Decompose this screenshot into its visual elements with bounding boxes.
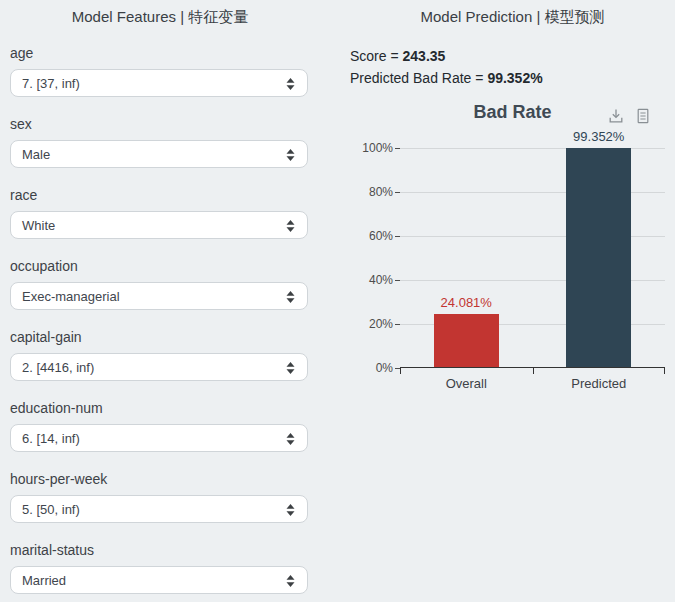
feature-field-occupation: occupationExec-managerial	[10, 258, 308, 310]
updown-arrows-icon	[286, 504, 295, 516]
plot-area: 0%20%40%60%80%100%24.081%Overall99.352%P…	[400, 148, 665, 368]
feature-label: education-num	[10, 400, 308, 416]
y-axis-tick	[395, 148, 400, 149]
select-education-num[interactable]: 6. [14, inf)	[10, 424, 308, 452]
score-label: Score =	[350, 48, 403, 64]
y-axis-tick-label: 80%	[351, 185, 393, 199]
feature-field-race: raceWhite	[10, 187, 308, 239]
x-axis-tick	[664, 368, 665, 374]
updown-arrows-icon	[286, 78, 295, 90]
y-axis-tick-label: 100%	[351, 141, 393, 155]
model-prediction-header: Model Prediction | 模型预测	[350, 8, 675, 27]
feature-field-sex: sexMale	[10, 116, 308, 168]
bar-overall	[434, 314, 499, 367]
data-view-icon[interactable]	[635, 108, 651, 124]
score-line: Score = 243.35	[350, 45, 543, 67]
select-value: 2. [4416, inf)	[22, 360, 94, 375]
select-value: 5. [50, inf)	[22, 502, 80, 517]
select-value: Exec-managerial	[22, 289, 120, 304]
y-axis-tick	[395, 324, 400, 325]
feature-field-capital-gain: capital-gain2. [4416, inf)	[10, 329, 308, 381]
feature-label: hours-per-week	[10, 471, 308, 487]
select-value: Married	[22, 573, 66, 588]
feature-label: sex	[10, 116, 308, 132]
select-hours-per-week[interactable]: 5. [50, inf)	[10, 495, 308, 523]
x-axis-label: Overall	[400, 376, 533, 391]
feature-label: occupation	[10, 258, 308, 274]
updown-arrows-icon	[286, 433, 295, 445]
bad-rate-chart: Bad Rate 0%20%40%60%80%100%24.081%Overal…	[350, 98, 675, 408]
x-axis-tick	[400, 368, 401, 374]
select-value: Male	[22, 147, 50, 162]
bad-rate-label: Predicted Bad Rate =	[350, 70, 487, 86]
feature-fields: age7. [37, inf)sexMaleraceWhiteoccupatio…	[10, 45, 308, 602]
feature-label: capital-gain	[10, 329, 308, 345]
model-features-header: Model Features | 特征变量	[0, 8, 320, 27]
select-marital-status[interactable]: Married	[10, 566, 308, 594]
download-icon[interactable]	[608, 108, 624, 124]
y-axis-tick-label: 0%	[351, 361, 393, 375]
updown-arrows-icon	[286, 362, 295, 374]
feature-label: age	[10, 45, 308, 61]
y-axis-tick-label: 40%	[351, 273, 393, 287]
select-capital-gain[interactable]: 2. [4416, inf)	[10, 353, 308, 381]
select-value: 6. [14, inf)	[22, 431, 80, 446]
updown-arrows-icon	[286, 149, 295, 161]
bad-rate-value: 99.352%	[487, 70, 542, 86]
x-axis-label: Predicted	[533, 376, 666, 391]
chart-toolbox	[608, 108, 651, 124]
feature-label: marital-status	[10, 542, 308, 558]
select-age[interactable]: 7. [37, inf)	[10, 69, 308, 97]
bad-rate-line: Predicted Bad Rate = 99.352%	[350, 67, 543, 89]
select-occupation[interactable]: Exec-managerial	[10, 282, 308, 310]
bar-value-label: 24.081%	[441, 295, 492, 310]
bar-predicted	[566, 148, 631, 367]
score-value: 243.35	[403, 48, 446, 64]
feature-field-age: age7. [37, inf)	[10, 45, 308, 97]
select-value: White	[22, 218, 55, 233]
x-axis-tick	[533, 368, 534, 374]
y-axis-tick	[395, 236, 400, 237]
feature-field-hours-per-week: hours-per-week5. [50, inf)	[10, 471, 308, 523]
y-axis-tick-label: 60%	[351, 229, 393, 243]
select-value: 7. [37, inf)	[22, 76, 80, 91]
bar-value-label: 99.352%	[573, 129, 624, 144]
feature-field-marital-status: marital-statusMarried	[10, 542, 308, 594]
y-axis-tick	[395, 280, 400, 281]
select-race[interactable]: White	[10, 211, 308, 239]
updown-arrows-icon	[286, 575, 295, 587]
select-sex[interactable]: Male	[10, 140, 308, 168]
updown-arrows-icon	[286, 220, 295, 232]
y-axis-tick	[395, 192, 400, 193]
feature-label: race	[10, 187, 308, 203]
updown-arrows-icon	[286, 291, 295, 303]
y-axis-tick-label: 20%	[351, 317, 393, 331]
score-block: Score = 243.35 Predicted Bad Rate = 99.3…	[350, 45, 543, 89]
feature-field-education-num: education-num6. [14, inf)	[10, 400, 308, 452]
